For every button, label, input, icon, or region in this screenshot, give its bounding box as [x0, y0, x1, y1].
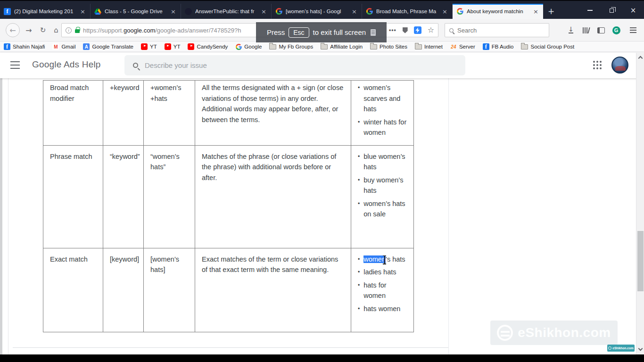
cell-description: Exact matches of the term or close varia… [195, 248, 351, 332]
search-icon [133, 63, 138, 68]
search-icon [449, 28, 454, 33]
folder-icon [269, 44, 276, 49]
tab-close-icon[interactable]: × [351, 8, 358, 15]
facebook-icon [4, 43, 10, 50]
help-site-header: Google Ads Help [0, 52, 644, 78]
tab-strip: (2) Digital Marketing 201 × Class - 5 - … [0, 4, 559, 19]
tab-close-icon[interactable]: × [79, 8, 86, 15]
browser-titlebar: (2) Digital Marketing 201 × Class - 5 - … [0, 0, 644, 19]
youtube-icon [165, 43, 171, 50]
youtube-icon [141, 43, 148, 50]
bookmark-folder[interactable]: Affiliate Login [321, 44, 363, 49]
browser-search-box[interactable] [445, 23, 549, 37]
help-menu-button[interactable] [10, 61, 20, 69]
cell-example-keyword: [women’s hats] [144, 248, 195, 332]
window-close-button[interactable]: × [622, 2, 644, 19]
bookmark-folder[interactable]: Social Group Post [521, 44, 574, 49]
watermark-badge: eShikhon.com [607, 345, 635, 352]
bookmark-item[interactable]: Shahin Najafi [4, 43, 45, 50]
page-actions-icon[interactable]: ••• [389, 27, 396, 33]
window-minimize-button[interactable] [579, 2, 601, 19]
gmail-icon [52, 43, 59, 50]
bookmark-folder[interactable]: My Fb Groups [269, 44, 313, 49]
bookmark-item[interactable]: Google [235, 43, 262, 50]
google-drive-icon [94, 8, 101, 15]
google-icon [235, 43, 242, 50]
scrollbar-thumb[interactable] [637, 231, 644, 291]
answerthepublic-icon [185, 8, 192, 15]
cell-symbol: +keyword [103, 81, 144, 146]
browser-tab-answerthepublic[interactable]: AnswerThePublic: that fr × [181, 4, 272, 19]
browser-search-input[interactable] [457, 27, 545, 34]
server-24-icon [450, 43, 457, 50]
browser-tab-womens-hats-search[interactable]: [women’s hats] - Googl × [272, 4, 362, 19]
lightning-extension-icon[interactable] [414, 26, 421, 34]
table-row-phrase-match: Phrase match “keyword” “women’s hats” Ma… [43, 145, 414, 248]
google-translate-icon [83, 43, 90, 50]
sidebar-toggle-button[interactable] [594, 19, 608, 41]
new-tab-button[interactable]: + [543, 4, 559, 19]
protection-shield-icon[interactable] [403, 27, 408, 33]
bookmark-item[interactable]: Gmail [52, 43, 75, 50]
page-content: Broad match modifier +keyword +women’s +… [0, 78, 644, 354]
browser-tab-about-keyword-matching[interactable]: About keyword matchin × [453, 4, 543, 19]
scroll-up-arrow[interactable] [638, 56, 643, 61]
bookmark-item[interactable]: CandySendy [188, 43, 228, 50]
esc-key-badge: Esc [289, 27, 309, 38]
folder-icon [370, 44, 377, 49]
menu-button[interactable] [626, 19, 640, 41]
bookmark-folder[interactable]: Photo Sites [370, 44, 407, 49]
reader-mode-icon[interactable] [371, 29, 376, 36]
forward-button[interactable]: → [23, 19, 35, 41]
browser-tab-digital-marketing[interactable]: (2) Digital Marketing 201 × [0, 4, 91, 19]
bookmarks-bar: Shahin Najafi Gmail Google Translate YT … [0, 41, 644, 52]
youtube-icon [188, 43, 194, 50]
eshikhon-logo-icon [608, 346, 611, 350]
scroll-down-arrow[interactable] [638, 346, 643, 351]
secure-lock-icon[interactable] [75, 29, 80, 33]
tab-close-icon[interactable]: × [260, 8, 267, 15]
content-left-divider [8, 78, 8, 354]
window-restore-button[interactable] [601, 2, 622, 19]
reload-button[interactable]: ↻ [37, 19, 49, 41]
table-row-broad-match-modifier: Broad match modifier +keyword +women’s +… [43, 81, 414, 146]
cell-match-type: Phrase match [43, 145, 103, 248]
page-info-icon[interactable]: i [66, 27, 72, 33]
cell-description: Matches of the phrase (or close variatio… [195, 145, 351, 248]
google-icon [275, 8, 282, 15]
bookmark-item[interactable]: FB Audio [483, 43, 514, 50]
keyword-match-table: Broad match modifier +keyword +women’s +… [43, 80, 414, 332]
facebook-icon [4, 8, 11, 15]
cell-example-keyword: +women’s +hats [144, 81, 195, 146]
google-icon [366, 8, 373, 15]
bookmark-folder[interactable]: Internet [415, 44, 443, 49]
downloads-button[interactable]: ↓ [564, 19, 578, 41]
bookmark-star-icon[interactable]: ☆ [428, 26, 434, 34]
cell-example-searches: women’s scarves and hats winter hats for… [351, 81, 414, 146]
tab-close-icon[interactable]: × [441, 8, 448, 15]
cell-symbol: “keyword” [103, 145, 144, 248]
google-apps-icon[interactable] [593, 61, 602, 69]
bookmark-item[interactable]: Server [450, 43, 475, 50]
home-button[interactable]: ⌂ [50, 19, 62, 41]
help-search-box[interactable] [124, 55, 465, 75]
tab-close-icon[interactable]: × [532, 8, 539, 15]
account-avatar[interactable] [611, 57, 628, 74]
tab-close-icon[interactable]: × [170, 8, 177, 15]
grammarly-extension-icon[interactable]: G [609, 19, 623, 41]
back-button[interactable]: ← [4, 19, 22, 41]
bookmark-item[interactable]: Google Translate [83, 43, 133, 50]
bookmark-item[interactable]: YT [141, 43, 157, 50]
facebook-icon [483, 43, 489, 50]
page-scrollbar[interactable] [636, 53, 644, 354]
cell-example-searches: blue women’s hats buy women’s hats women… [351, 145, 414, 248]
bookmark-item[interactable]: YT [165, 43, 181, 50]
browser-tab-google-drive[interactable]: Class - 5 - Google Drive × [91, 4, 181, 19]
help-search-input[interactable] [145, 61, 457, 69]
library-button[interactable] [579, 19, 593, 41]
content-right-divider [448, 78, 449, 354]
browser-tab-broad-match[interactable]: Broad Match, Phrase Ma × [362, 4, 453, 19]
cell-example-searches: women’s hats ladies hats hats for women … [351, 248, 414, 332]
folder-icon [415, 44, 422, 49]
horizontal-rule [13, 347, 448, 348]
